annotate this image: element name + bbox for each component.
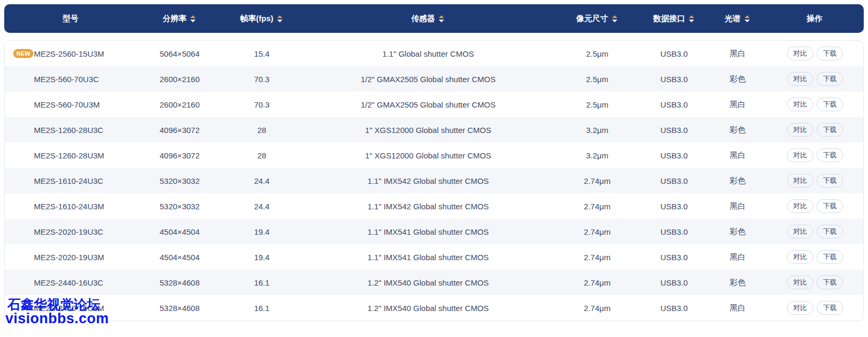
download-button[interactable]: 下载: [817, 123, 843, 137]
sort-desc-icon[interactable]: [439, 20, 444, 22]
row-actions: 对比下载: [787, 47, 843, 60]
cell-sensor: 1.2" IMX540 Global shutter CMOS: [302, 278, 555, 287]
table-row: ME2S-2020-19U3C4504×450419.41.1" IMX541 …: [5, 219, 863, 244]
cell-actions: 对比下载: [767, 47, 863, 60]
compare-button[interactable]: 对比: [787, 47, 813, 60]
sort-desc-icon[interactable]: [277, 20, 282, 22]
header-cell-actions: 操作: [766, 14, 863, 24]
header-cell-interface[interactable]: 数据接口: [639, 14, 708, 24]
cell-resolution: 4504×4504: [137, 253, 222, 262]
row-actions: 对比下载: [787, 301, 843, 315]
cell-actions: 对比下载: [767, 174, 863, 188]
download-button[interactable]: 下载: [817, 148, 843, 162]
cell-fps: 70.3: [222, 100, 302, 109]
sort-icon[interactable]: [439, 15, 444, 22]
sort-icon[interactable]: [612, 15, 617, 22]
cell-spectrum: 黑白: [708, 303, 767, 313]
cell-model: ME2S-2440-16U3C: [5, 278, 137, 287]
sort-icon[interactable]: [277, 15, 282, 22]
cell-resolution: 2600×2160: [137, 100, 222, 109]
row-actions: 对比下载: [787, 123, 843, 137]
sort-asc-icon[interactable]: [277, 15, 282, 18]
cell-spectrum: 彩色: [708, 74, 767, 84]
header-label: 传感器: [411, 14, 435, 24]
compare-button[interactable]: 对比: [787, 276, 813, 289]
row-actions: 对比下载: [787, 174, 843, 188]
download-button[interactable]: 下载: [817, 276, 843, 289]
cell-interface: USB3.0: [640, 75, 708, 84]
cell-pixel_size: 2.74μm: [555, 202, 640, 211]
cell-fps: 15.4: [222, 49, 302, 58]
header-cell-resolution[interactable]: 分辨率: [137, 14, 222, 24]
cell-sensor: 1.2" IMX540 Global shutter CMOS: [302, 304, 555, 313]
header-cell-fps[interactable]: 帧率(fps): [222, 14, 301, 24]
header-cell-pixel_size[interactable]: 像元尺寸: [554, 14, 639, 24]
header-cell-sensor[interactable]: 传感器: [301, 14, 554, 24]
model-text: ME2S-2020-19U3C: [34, 227, 103, 236]
cell-pixel_size: 3.2μm: [555, 126, 640, 135]
model-text: ME2S-2440-16U3C: [34, 278, 103, 287]
download-button[interactable]: 下载: [817, 97, 843, 111]
row-actions: 对比下载: [787, 250, 843, 264]
table-body: NEWME2S-2560-15U3M5064×506415.41.1" Glob…: [4, 40, 864, 321]
compare-button[interactable]: 对比: [787, 148, 813, 162]
cell-model: ME2S-560-70U3C: [5, 75, 137, 84]
table-row: ME2S-1610-24U3M5320×303224.41.1" IMX542 …: [5, 193, 863, 219]
compare-button[interactable]: 对比: [787, 72, 813, 86]
sort-icon[interactable]: [689, 15, 694, 22]
cell-interface: USB3.0: [640, 49, 708, 58]
cell-spectrum: 黑白: [708, 201, 767, 211]
sort-asc-icon[interactable]: [190, 15, 196, 18]
cell-actions: 对比下载: [767, 250, 863, 264]
sort-desc-icon[interactable]: [612, 20, 617, 22]
cell-interface: USB3.0: [640, 253, 708, 262]
cell-pixel_size: 2.74μm: [555, 278, 640, 287]
cell-sensor: 1.1" IMX541 Global shutter CMOS: [302, 253, 555, 262]
compare-button[interactable]: 对比: [787, 250, 813, 264]
header-label: 分辨率: [163, 14, 187, 24]
sort-desc-icon[interactable]: [745, 20, 750, 22]
row-actions: 对比下载: [787, 148, 843, 162]
compare-button[interactable]: 对比: [787, 199, 813, 213]
cell-resolution: 4096×3072: [137, 151, 222, 160]
cell-actions: 对比下载: [767, 148, 863, 162]
download-button[interactable]: 下载: [817, 250, 843, 264]
cell-actions: 对比下载: [767, 97, 863, 111]
download-button[interactable]: 下载: [817, 47, 843, 60]
cell-pixel_size: 2.5μm: [555, 75, 640, 84]
compare-button[interactable]: 对比: [787, 301, 813, 315]
sort-icon[interactable]: [745, 15, 750, 22]
sort-icon[interactable]: [190, 15, 196, 22]
model-text: ME2S-2440-16U3M: [34, 304, 104, 313]
download-button[interactable]: 下载: [817, 225, 843, 238]
table-row: ME2S-1260-28U3M4096×3072281" XGS12000 Gl…: [5, 143, 863, 168]
download-button[interactable]: 下载: [817, 174, 843, 188]
download-button[interactable]: 下载: [817, 199, 843, 213]
download-button[interactable]: 下载: [817, 72, 843, 86]
sort-asc-icon[interactable]: [745, 15, 750, 18]
cell-model: ME2S-1260-28U3C: [5, 126, 137, 135]
download-button[interactable]: 下载: [817, 301, 843, 315]
compare-button[interactable]: 对比: [787, 225, 813, 238]
header-label: 型号: [63, 14, 78, 24]
cell-fps: 19.4: [222, 227, 302, 236]
sort-asc-icon[interactable]: [689, 15, 694, 18]
compare-button[interactable]: 对比: [787, 123, 813, 137]
header-cell-spectrum[interactable]: 光谱: [708, 14, 766, 24]
header-label: 帧率(fps): [240, 14, 273, 24]
cell-spectrum: 黑白: [708, 150, 767, 161]
sort-asc-icon[interactable]: [612, 15, 617, 18]
sort-asc-icon[interactable]: [439, 15, 444, 18]
compare-button[interactable]: 对比: [787, 174, 813, 188]
model-text: ME2S-2560-15U3M: [34, 49, 104, 58]
compare-button[interactable]: 对比: [787, 97, 813, 111]
table-row: ME2S-560-70U3C2600×216070.31/2" GMAX2505…: [5, 66, 863, 92]
cell-model: ME2S-2020-19U3M: [5, 253, 137, 262]
sort-desc-icon[interactable]: [689, 20, 694, 22]
sort-desc-icon[interactable]: [190, 20, 196, 22]
cell-model: ME2S-1260-28U3M: [5, 151, 137, 160]
cell-model: ME2S-1610-24U3M: [5, 202, 137, 211]
cell-interface: USB3.0: [640, 151, 708, 160]
header-label: 操作: [807, 14, 822, 24]
model-text: ME2S-2020-19U3M: [34, 253, 104, 262]
